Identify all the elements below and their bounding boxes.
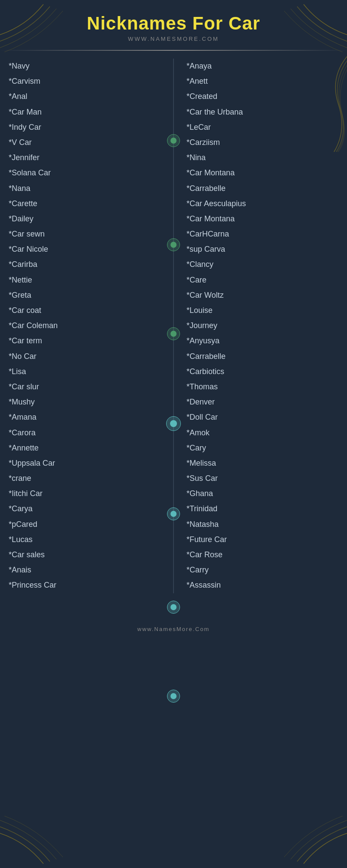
right-nickname-item: *Louise: [182, 303, 343, 318]
left-nickname-item: *Car Coleman: [4, 318, 165, 333]
right-nickname-item: *Clancy: [182, 257, 343, 272]
right-nickname-item: *Carrabelle: [182, 181, 343, 196]
left-nickname-item: *Nana: [4, 181, 165, 196]
center-divider: [165, 59, 182, 593]
right-nickname-item: *Car Woltz: [182, 288, 343, 303]
left-nickname-item: *Iitchi Car: [4, 486, 165, 501]
page-title: Nicknames For Car: [9, 13, 338, 34]
right-nickname-item: *sup Carva: [182, 242, 343, 257]
left-nickname-item: *Carvism: [4, 74, 165, 89]
circle-decoration: [165, 237, 182, 253]
right-nickname-item: *Anyusya: [182, 333, 343, 349]
left-nickname-item: *Indy Car: [4, 120, 165, 135]
right-nickname-item: *Car Aesculapius: [182, 196, 343, 211]
left-nickname-item: *Uppsala Car: [4, 456, 165, 471]
left-nickname-item: *Car Man: [4, 105, 165, 120]
right-nickname-item: *Melissa: [182, 456, 343, 471]
left-nickname-item: *Anal: [4, 89, 165, 104]
right-nickname-item: *Care: [182, 273, 343, 288]
right-nickname-item: *Journey: [182, 318, 343, 333]
left-nickname-item: *Princess Car: [4, 578, 165, 593]
right-nickname-item: *Carbiotics: [182, 364, 343, 379]
circle-decoration: [165, 506, 182, 522]
left-nickname-item: *Annette: [4, 441, 165, 456]
left-nickname-item: *Car sewn: [4, 227, 165, 242]
left-nickname-item: *Nettie: [4, 273, 165, 288]
website-subtitle: WWW.NAMESMORE.COM: [9, 36, 338, 42]
right-nickname-item: *Car the Urbana: [182, 105, 343, 120]
left-nickname-item: *Greta: [4, 288, 165, 303]
right-nickname-item: *Carziism: [182, 135, 343, 150]
right-column: *Anaya*Anett*Created*Car the Urbana*LeCa…: [182, 59, 343, 593]
right-nickname-item: *Cary: [182, 441, 343, 456]
left-nickname-item: *Car term: [4, 333, 165, 349]
right-nickname-item: *Car Montana: [182, 211, 343, 227]
circle-decoration: [165, 599, 182, 615]
right-nickname-item: *Natasha: [182, 517, 343, 532]
page-header: Nicknames For Car WWW.NAMESMORE.COM: [0, 0, 347, 46]
right-nickname-item: *Anaya: [182, 59, 343, 74]
left-nickname-item: *No Car: [4, 349, 165, 364]
right-nickname-item: *Carrabelle: [182, 349, 343, 364]
left-nickname-item: *Navy: [4, 59, 165, 74]
right-nickname-item: *Amok: [182, 425, 343, 441]
left-nickname-item: *Car coat: [4, 303, 165, 318]
left-nickname-item: *Dailey: [4, 211, 165, 227]
left-nickname-item: *Solana Car: [4, 165, 165, 181]
right-nickname-item: *Car Montana: [182, 165, 343, 181]
corner-bl-decor: [0, 816, 87, 868]
left-nickname-item: *Car sales: [4, 547, 165, 562]
left-nickname-item: *Car slur: [4, 379, 165, 395]
left-nickname-item: *Carya: [4, 501, 165, 516]
right-nickname-item: *Nina: [182, 150, 343, 165]
corner-br-decor: [260, 816, 347, 868]
left-nickname-item: *V Car: [4, 135, 165, 150]
right-nickname-item: *Anett: [182, 74, 343, 89]
right-nickname-item: *Doll Car: [182, 410, 343, 425]
right-nickname-item: *Sus Car: [182, 471, 343, 486]
circle-decoration: [165, 132, 182, 149]
left-nickname-item: *Mushy: [4, 395, 165, 410]
left-nickname-item: *Carora: [4, 425, 165, 441]
left-column: *Navy*Carvism*Anal*Car Man*Indy Car*V Ca…: [4, 59, 165, 593]
left-nickname-item: *Car Nicole: [4, 242, 165, 257]
right-nickname-item: *Carry: [182, 562, 343, 578]
right-nickname-item: *Car Rose: [182, 547, 343, 562]
header-divider: [0, 50, 347, 51]
circle-decoration: [165, 326, 182, 342]
left-nickname-item: *Jennifer: [4, 150, 165, 165]
left-nickname-item: *crane: [4, 471, 165, 486]
circle-decoration: [165, 688, 182, 704]
right-nickname-item: *Ghana: [182, 486, 343, 501]
right-nickname-item: *Created: [182, 89, 343, 104]
right-nickname-item: *Assassin: [182, 578, 343, 593]
right-nickname-item: *Thomas: [182, 379, 343, 395]
right-nickname-item: *Future Car: [182, 532, 343, 547]
footer: www.NamesMore.Com: [0, 619, 347, 639]
right-nickname-item: *Trinidad: [182, 501, 343, 516]
right-nickname-item: *LeCar: [182, 120, 343, 135]
circle-decoration: [164, 414, 183, 433]
left-nickname-item: *Carette: [4, 196, 165, 211]
left-nickname-item: *Carirba: [4, 257, 165, 272]
right-nickname-item: *CarHCarna: [182, 227, 343, 242]
left-nickname-item: *pCared: [4, 517, 165, 532]
left-nickname-item: *Amana: [4, 410, 165, 425]
left-nickname-item: *Anais: [4, 562, 165, 578]
left-nickname-item: *Lisa: [4, 364, 165, 379]
content-area: *Navy*Carvism*Anal*Car Man*Indy Car*V Ca…: [0, 54, 347, 619]
right-nickname-item: *Denver: [182, 395, 343, 410]
left-nickname-item: *Lucas: [4, 532, 165, 547]
